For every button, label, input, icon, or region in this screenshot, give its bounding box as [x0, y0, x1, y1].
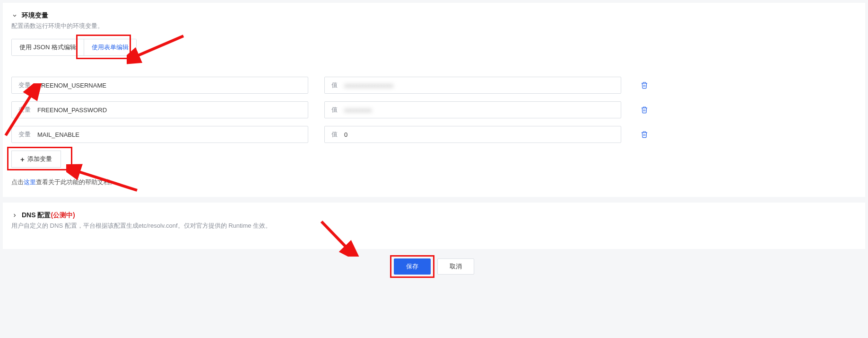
env-panel: 环境变量 配置函数运行环境中的环境变量。 使用 JSON 格式编辑 使用表单编辑… — [3, 3, 865, 197]
var-value-input[interactable] — [344, 102, 621, 118]
dns-title: DNS 配置(公测中) — [22, 211, 75, 220]
env-var-row: 变量 值 — [11, 101, 857, 118]
env-panel-header[interactable]: 环境变量 — [11, 11, 857, 20]
beta-badge: (公测中) — [51, 211, 75, 219]
save-button[interactable]: 保存 — [394, 258, 431, 275]
var-label: 变量 — [12, 81, 37, 89]
env-var-rows: 变量 值 变量 值 — [11, 77, 857, 143]
var-name-input[interactable] — [37, 126, 308, 142]
var-value-input[interactable] — [344, 77, 621, 93]
var-label: 变量 — [12, 130, 37, 139]
help-link[interactable]: 这里 — [24, 178, 36, 186]
dns-panel-header[interactable]: DNS 配置(公测中) — [11, 211, 857, 220]
dns-desc: 用户自定义的 DNS 配置，平台根据该配置生成etc/resolv.conf。仅… — [11, 222, 857, 230]
var-name-input[interactable] — [37, 77, 308, 93]
dns-panel: DNS 配置(公测中) 用户自定义的 DNS 配置，平台根据该配置生成etc/r… — [3, 203, 865, 249]
help-text: 点击这里查看关于此功能的帮助文档。 — [11, 178, 857, 187]
var-label: 变量 — [12, 106, 37, 114]
trash-icon[interactable] — [640, 81, 649, 89]
trash-icon[interactable] — [640, 106, 649, 114]
var-name-field[interactable]: 变量 — [11, 101, 308, 118]
add-variable-button[interactable]: + 添加变量 — [11, 151, 61, 168]
var-value-field[interactable]: 值 — [324, 77, 621, 94]
val-label: 值 — [325, 130, 344, 139]
var-value-field[interactable]: 值 — [324, 126, 621, 143]
add-variable-label: 添加变量 — [27, 155, 52, 163]
env-desc: 配置函数运行环境中的环境变量。 — [11, 22, 857, 30]
env-title: 环境变量 — [22, 11, 48, 20]
var-name-field[interactable]: 变量 — [11, 126, 308, 143]
env-var-row: 变量 值 — [11, 77, 857, 94]
plus-icon: + — [20, 156, 25, 163]
footer-actions: 保存 取消 — [0, 255, 868, 283]
tab-form-edit[interactable]: 使用表单编辑 — [84, 39, 136, 55]
chevron-down-icon — [11, 12, 18, 19]
val-label: 值 — [325, 106, 344, 114]
var-value-input[interactable] — [344, 126, 621, 142]
svg-line-0 — [134, 36, 183, 57]
var-name-input[interactable] — [37, 102, 308, 118]
trash-icon[interactable] — [640, 130, 649, 139]
tab-json-edit[interactable]: 使用 JSON 格式编辑 — [12, 39, 84, 55]
cancel-button[interactable]: 取消 — [437, 258, 474, 275]
var-value-field[interactable]: 值 — [324, 101, 621, 118]
var-name-field[interactable]: 变量 — [11, 77, 308, 94]
edit-mode-tabs: 使用 JSON 格式编辑 使用表单编辑 — [11, 39, 137, 56]
env-var-row: 变量 值 — [11, 126, 857, 143]
chevron-right-icon — [11, 212, 18, 219]
val-label: 值 — [325, 81, 344, 89]
